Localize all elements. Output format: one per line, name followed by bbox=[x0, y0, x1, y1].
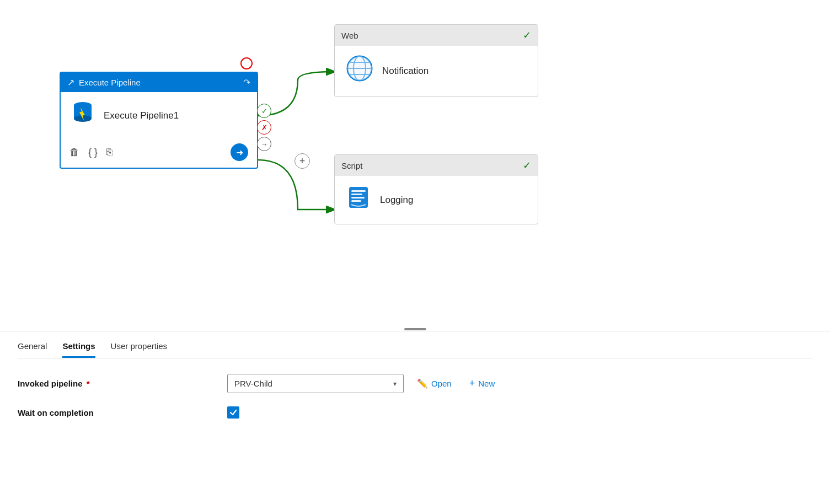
script-node-check: ✓ bbox=[523, 159, 531, 171]
svg-point-9 bbox=[347, 56, 372, 81]
error-indicator bbox=[240, 57, 253, 69]
copy-icon[interactable]: ⎘ bbox=[106, 147, 113, 158]
tab-bar: General Settings User properties bbox=[18, 331, 812, 358]
node-body: Execute Pipeline1 bbox=[61, 92, 257, 139]
completion-connector[interactable]: → bbox=[257, 137, 271, 151]
node-open-icon[interactable]: ↗ bbox=[67, 77, 74, 88]
wait-on-completion-row: Wait on completion bbox=[18, 406, 812, 419]
tab-settings[interactable]: Settings bbox=[62, 341, 95, 358]
web-notification-node[interactable]: Web ✓ Notification bbox=[334, 24, 538, 97]
script-icon bbox=[346, 185, 371, 215]
failure-connector[interactable]: ✗ bbox=[257, 120, 271, 135]
svg-rect-15 bbox=[351, 200, 361, 202]
panel-resize-handle[interactable] bbox=[404, 328, 426, 330]
pencil-icon: ✏️ bbox=[417, 378, 428, 389]
node-header: ↗ Execute Pipeline ↷ bbox=[61, 73, 257, 92]
wait-on-completion-checkbox[interactable] bbox=[227, 406, 239, 419]
wait-on-completion-label: Wait on completion bbox=[18, 408, 227, 417]
wait-on-completion-control bbox=[227, 406, 239, 419]
svg-rect-14 bbox=[351, 197, 365, 199]
new-button[interactable]: + New bbox=[465, 374, 500, 393]
invoked-pipeline-label: Invoked pipeline * bbox=[18, 379, 227, 388]
open-button[interactable]: ✏️ Open bbox=[413, 375, 456, 392]
bottom-panel: General Settings User properties Invoked… bbox=[0, 331, 830, 419]
tab-user-properties[interactable]: User properties bbox=[111, 341, 168, 358]
chevron-down-icon: ▾ bbox=[393, 380, 397, 388]
web-activity-name: Notification bbox=[382, 66, 429, 77]
globe-icon bbox=[346, 55, 373, 88]
add-activity-button[interactable]: + bbox=[294, 153, 310, 169]
node-header-left: ↗ Execute Pipeline bbox=[67, 77, 141, 88]
script-node-body: Logging bbox=[335, 176, 538, 224]
invoked-pipeline-control: PRV-Child ▾ ✏️ Open + New bbox=[227, 374, 499, 393]
pipeline-activity-icon bbox=[69, 100, 96, 131]
svg-rect-12 bbox=[351, 190, 366, 192]
web-node-title: Web bbox=[341, 31, 358, 40]
web-node-check: ✓ bbox=[523, 29, 531, 41]
script-node-title: Script bbox=[341, 161, 362, 170]
code-icon[interactable]: { } bbox=[88, 147, 98, 158]
delete-icon[interactable]: 🗑 bbox=[69, 147, 79, 158]
node-title: Execute Pipeline bbox=[79, 78, 141, 87]
svg-rect-13 bbox=[351, 194, 362, 195]
activity-name: Execute Pipeline1 bbox=[104, 110, 179, 121]
success-connector[interactable]: ✓ bbox=[257, 104, 271, 118]
web-node-header: Web ✓ bbox=[335, 25, 538, 46]
node-header-icons: ↷ bbox=[243, 77, 250, 88]
required-marker: * bbox=[84, 379, 90, 388]
invoked-pipeline-dropdown[interactable]: PRV-Child ▾ bbox=[227, 374, 404, 393]
arrow-button[interactable]: ➜ bbox=[231, 143, 248, 161]
redo-icon[interactable]: ↷ bbox=[243, 77, 250, 88]
web-node-body: Notification bbox=[335, 46, 538, 96]
node-footer: 🗑 { } ⎘ ➜ bbox=[61, 139, 257, 168]
plus-icon: + bbox=[469, 378, 475, 389]
script-activity-name: Logging bbox=[380, 195, 414, 206]
script-node-header: Script ✓ bbox=[335, 155, 538, 176]
tab-general[interactable]: General bbox=[18, 341, 47, 358]
script-logging-node[interactable]: Script ✓ Logging bbox=[334, 154, 538, 224]
connector-buttons: ✓ ✗ → bbox=[257, 104, 271, 151]
panel-divider bbox=[0, 331, 830, 331]
pipeline-canvas: ↗ Execute Pipeline ↷ Execute Pipeline1 🗑 bbox=[0, 0, 830, 331]
invoked-pipeline-row: Invoked pipeline * PRV-Child ▾ ✏️ Open +… bbox=[18, 374, 812, 393]
execute-pipeline-node[interactable]: ↗ Execute Pipeline ↷ Execute Pipeline1 🗑 bbox=[60, 72, 258, 169]
